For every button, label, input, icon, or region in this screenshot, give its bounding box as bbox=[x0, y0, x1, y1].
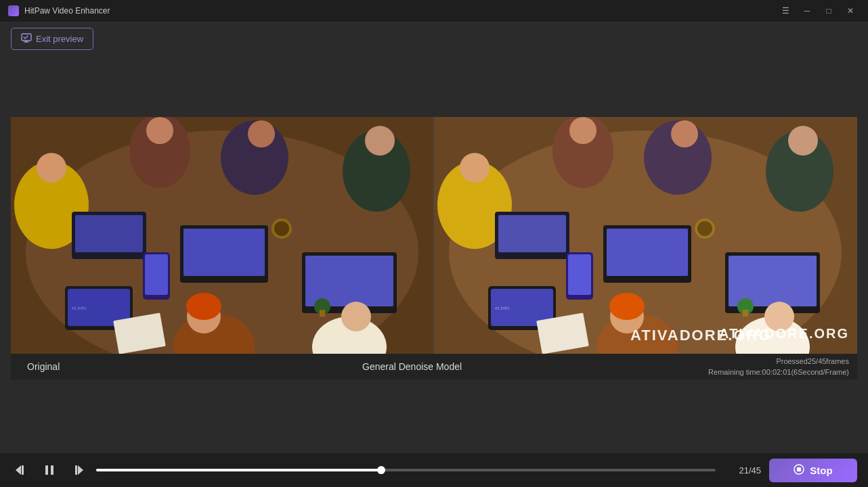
maximize-button[interactable]: □ bbox=[819, 4, 838, 18]
minimize-button[interactable]: ─ bbox=[798, 4, 817, 18]
svg-rect-74 bbox=[45, 465, 48, 475]
progress-info: Proessed25/45frames Remaining time:00:02… bbox=[681, 356, 857, 378]
frame-counter: 21/45 bbox=[724, 465, 761, 476]
skip-forward-button[interactable] bbox=[68, 460, 88, 480]
svg-text:el.info: el.info bbox=[72, 305, 87, 311]
svg-marker-76 bbox=[78, 465, 83, 475]
svg-point-68 bbox=[697, 221, 712, 236]
svg-point-10 bbox=[146, 117, 173, 144]
svg-point-60 bbox=[609, 293, 645, 320]
seekbar-fill bbox=[96, 469, 381, 471]
bottom-controls: 21/45 Stop bbox=[0, 453, 868, 487]
svg-point-49 bbox=[788, 126, 818, 156]
window-controls: ☰ ─ □ ✕ bbox=[776, 4, 860, 18]
svg-rect-75 bbox=[51, 465, 53, 475]
stop-label: Stop bbox=[810, 465, 832, 476]
svg-rect-52 bbox=[607, 229, 688, 276]
svg-point-45 bbox=[569, 117, 596, 144]
titlebar-left: HitPaw Video Enhancer bbox=[8, 5, 110, 16]
svg-rect-70 bbox=[743, 310, 748, 317]
model-label: General Denoise Model bbox=[346, 361, 681, 372]
svg-point-5 bbox=[37, 153, 66, 183]
svg-point-14 bbox=[365, 126, 395, 156]
watermark-text: ATIVADORE.ORG bbox=[719, 326, 849, 342]
hamburger-menu-button[interactable]: ☰ bbox=[776, 4, 795, 18]
app-icon bbox=[8, 5, 19, 16]
svg-rect-77 bbox=[75, 465, 77, 475]
pause-button[interactable] bbox=[39, 460, 60, 480]
svg-rect-55 bbox=[729, 256, 817, 306]
svg-rect-35 bbox=[320, 310, 325, 317]
original-video-panel: el.info bbox=[11, 117, 434, 354]
close-button[interactable]: ✕ bbox=[841, 4, 860, 18]
svg-text:el.info: el.info bbox=[495, 305, 510, 311]
toolbar: Exit preview bbox=[0, 22, 868, 55]
app-title: HitPaw Video Enhancer bbox=[24, 6, 110, 16]
exit-preview-icon bbox=[21, 32, 32, 45]
svg-point-12 bbox=[248, 120, 275, 147]
svg-rect-43 bbox=[498, 215, 566, 252]
svg-rect-73 bbox=[22, 465, 24, 475]
svg-rect-17 bbox=[183, 229, 265, 276]
svg-rect-57 bbox=[568, 254, 591, 295]
exit-preview-button[interactable]: Exit preview bbox=[11, 28, 93, 50]
stop-button[interactable]: Stop bbox=[769, 459, 857, 482]
titlebar: HitPaw Video Enhancer ☰ ─ □ ✕ bbox=[0, 0, 868, 22]
svg-point-47 bbox=[671, 120, 698, 147]
svg-point-27 bbox=[341, 302, 371, 331]
original-label: Original bbox=[11, 361, 346, 372]
svg-rect-79 bbox=[797, 467, 801, 471]
exit-preview-label: Exit preview bbox=[36, 34, 83, 44]
enhanced-video-panel: el.info ATIVADORE.ORG ATIVADORE.ORG bbox=[434, 117, 857, 354]
seekbar-thumb[interactable] bbox=[377, 466, 385, 474]
svg-rect-7 bbox=[75, 215, 143, 252]
svg-point-41 bbox=[460, 153, 490, 183]
svg-point-33 bbox=[274, 221, 289, 236]
main-area: el.info bbox=[0, 55, 868, 441]
progress-line1: Proessed25/45frames bbox=[681, 356, 849, 367]
svg-point-25 bbox=[186, 293, 221, 320]
svg-marker-72 bbox=[16, 465, 21, 475]
skip-back-button[interactable] bbox=[11, 460, 31, 480]
svg-rect-22 bbox=[145, 254, 168, 295]
video-panels: el.info bbox=[11, 117, 857, 354]
seekbar[interactable] bbox=[96, 469, 716, 471]
svg-rect-20 bbox=[305, 256, 393, 306]
label-bar: Original General Denoise Model Proessed2… bbox=[11, 354, 857, 379]
stop-icon bbox=[794, 464, 804, 477]
progress-line2: Remaining time:00:02:01(6Second/Frame) bbox=[681, 367, 849, 378]
